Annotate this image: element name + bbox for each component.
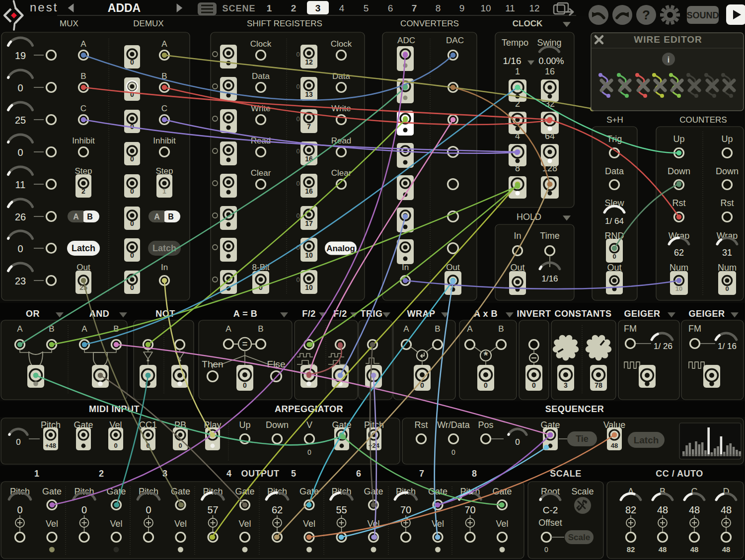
svg-text:3: 3 [564,381,568,389]
svg-text:V: V [306,420,312,430]
svg-text:8: 8 [515,163,520,173]
svg-text:19: 19 [15,50,26,61]
svg-text:0: 0 [17,82,23,93]
svg-text:Data: Data [252,71,270,81]
svg-text:11: 11 [505,3,515,13]
svg-text:7: 7 [419,469,424,479]
svg-text:=: = [242,339,248,349]
svg-text:23: 23 [15,276,26,286]
svg-text:2: 2 [99,469,104,479]
svg-text:48: 48 [721,504,732,515]
svg-text:5: 5 [291,469,296,479]
svg-text:FM: FM [688,324,701,334]
svg-text:10: 10 [305,251,313,259]
svg-text:A: A [80,39,86,49]
svg-text:SCALE: SCALE [550,469,582,479]
svg-text:Tie: Tie [576,434,589,444]
svg-text:0: 0 [81,504,87,515]
svg-text:0: 0 [420,381,424,389]
svg-text:B: B [435,324,440,334]
svg-text:57: 57 [207,504,218,515]
svg-text:Rst: Rst [672,198,686,208]
svg-text:SOUND: SOUND [686,10,719,20]
svg-text:B: B [113,324,119,334]
svg-text:9: 9 [459,3,465,13]
svg-text:0: 0 [16,437,20,447]
svg-text:1/ 64: 1/ 64 [605,216,624,226]
svg-text:Down: Down [668,166,690,176]
svg-text:B: B [168,212,174,221]
svg-text:Inhibit: Inhibit [153,136,176,145]
svg-text:Data: Data [605,166,624,176]
svg-text:Vel: Vel [496,519,508,529]
svg-text:+48: +48 [45,442,56,449]
svg-text:6: 6 [356,469,361,479]
svg-text:0: 0 [130,219,134,227]
svg-text:In: In [161,263,168,272]
svg-text:55: 55 [336,504,347,515]
svg-text:Vel: Vel [174,519,187,529]
svg-text:CONSTANTS: CONSTANTS [554,309,611,319]
svg-text:0: 0 [178,442,182,449]
svg-text:7: 7 [307,123,311,131]
svg-text:In: In [402,263,409,272]
svg-text:A: A [81,324,87,334]
svg-text:Scale: Scale [568,533,590,542]
svg-text:A: A [225,324,231,334]
svg-text:Clear: Clear [251,168,271,178]
svg-text:CC / AUTO: CC / AUTO [656,469,703,479]
svg-text:Time: Time [540,231,559,241]
svg-text:16: 16 [305,155,313,163]
svg-text:Pos: Pos [478,420,493,430]
svg-text:Rst: Rst [415,420,428,430]
svg-text:COUNTERS: COUNTERS [679,115,727,125]
svg-text:70: 70 [400,504,411,515]
svg-text:0: 0 [130,187,134,195]
svg-text:TRIG: TRIG [361,309,383,319]
svg-text:0: 0 [17,504,22,515]
svg-text:C: C [161,104,167,113]
svg-text:4: 4 [515,131,520,141]
svg-text:8: 8 [436,3,441,13]
svg-text:82: 82 [625,504,636,515]
svg-text:Vel: Vel [110,519,122,529]
svg-text:16: 16 [305,187,313,195]
svg-text:Clock: Clock [331,39,352,49]
svg-text:OR: OR [26,309,40,319]
svg-text:0: 0 [296,180,299,187]
svg-text:16: 16 [545,67,555,76]
svg-text:0: 0 [451,448,455,456]
svg-text:ADC: ADC [397,36,415,45]
svg-text:C-2: C-2 [543,505,558,515]
svg-text:0: 0 [307,448,311,456]
svg-text:11: 11 [15,179,26,190]
svg-text:CLOCK: CLOCK [513,19,543,28]
svg-text:SEQUENCER: SEQUENCER [545,404,604,414]
svg-text:Down: Down [716,166,739,176]
svg-text:Clear: Clear [331,168,352,178]
svg-text:48: 48 [659,545,667,554]
svg-text:2: 2 [291,3,297,13]
svg-text:5: 5 [364,3,369,13]
svg-text:0: 0 [17,243,23,254]
svg-text:Up: Up [721,134,733,144]
svg-text:INVERT: INVERT [517,309,551,319]
svg-text:Data: Data [332,71,350,81]
svg-text:Gate: Gate [364,487,383,496]
svg-text:7: 7 [412,3,417,13]
svg-text:70: 70 [464,504,475,515]
svg-text:B: B [80,71,86,81]
svg-text:F/2: F/2 [302,309,316,319]
svg-text:2: 2 [515,99,520,109]
svg-text:0: 0 [296,147,299,155]
svg-text:ARPEGGIATOR: ARPEGGIATOR [275,404,343,414]
svg-text:1: 1 [267,3,272,13]
svg-text:48: 48 [690,545,699,554]
svg-text:78: 78 [595,381,602,389]
svg-text:4: 4 [339,3,345,13]
svg-text:0: 0 [544,546,548,554]
svg-text:62: 62 [272,504,283,515]
svg-text:Gate: Gate [235,487,254,496]
svg-text:48: 48 [722,545,731,554]
svg-text:FM: FM [624,324,637,334]
